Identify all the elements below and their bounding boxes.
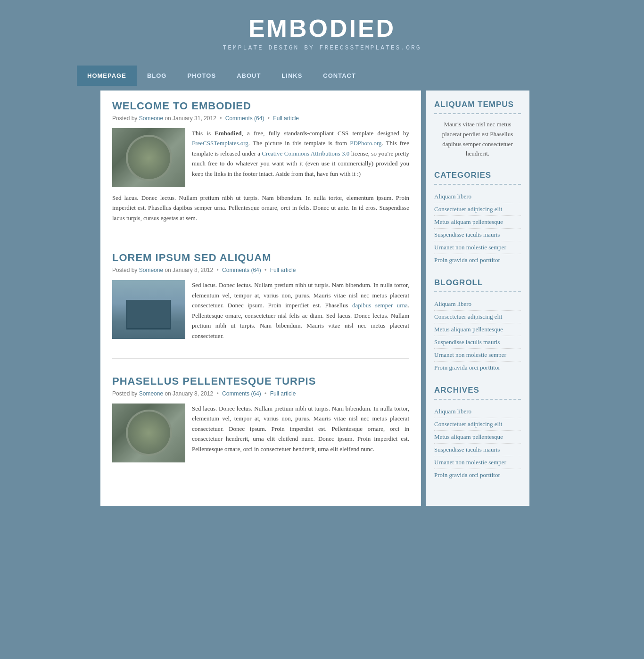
article-2-body: Sed lacus. Donec lectus. Nullam pretium …: [112, 280, 409, 341]
article-1-text: This is Embodied, a free, fully standard…: [192, 128, 409, 187]
article-2-date: January 8, 2012: [173, 267, 213, 273]
archive-link-4[interactable]: Suspendisse iaculis mauris: [434, 446, 500, 453]
list-item: Metus aliquam pellentesque: [434, 431, 521, 444]
nav-link-links[interactable]: LINKS: [271, 66, 313, 86]
article-1: WELCOME TO EMBODIED Posted by Someone on…: [112, 100, 409, 235]
archive-link-2[interactable]: Consectetuer adipiscing elit: [434, 420, 502, 428]
article-2-full[interactable]: Full article: [270, 267, 296, 273]
page-wrapper: WELCOME TO EMBODIED Posted by Someone on…: [100, 86, 544, 515]
dapibus-link[interactable]: dapibus semper urna: [352, 302, 408, 309]
blogroll-link-2[interactable]: Consectetuer adipiscing elit: [434, 313, 502, 320]
article-1-body: This is Embodied, a free, fully standard…: [112, 128, 409, 187]
nav-item-about[interactable]: ABOUT: [226, 66, 271, 86]
article-1-full[interactable]: Full article: [273, 115, 299, 122]
article-1-image: [112, 128, 185, 187]
article-2-author[interactable]: Someone: [139, 267, 163, 273]
article-3-title: PHASELLUS PELLENTESQUE TURPIS: [112, 375, 409, 387]
article-3: PHASELLUS PELLENTESQUE TURPIS Posted by …: [112, 375, 409, 480]
nav-link-blog[interactable]: BLOG: [137, 66, 177, 86]
pdphoto-link[interactable]: PDPhoto.org: [350, 140, 381, 147]
list-item: Urnanet non molestie semper: [434, 456, 521, 469]
category-link-4[interactable]: Suspendisse iaculis mauris: [434, 231, 500, 238]
list-item: Urnanet non molestie semper: [434, 241, 521, 254]
category-link-3[interactable]: Metus aliquam pellentesque: [434, 218, 503, 225]
main-nav: HOMEPAGE BLOG PHOTOS ABOUT LINKS CONTACT: [0, 66, 644, 86]
article-3-image: [112, 404, 185, 462]
nav-link-about[interactable]: ABOUT: [226, 66, 271, 86]
nav-link-contact[interactable]: CONTACT: [313, 66, 366, 86]
nav-link-photos[interactable]: PHOTOS: [177, 66, 226, 86]
sidebar-categories: CATEGORIES Aliquam libero Consectetuer a…: [434, 171, 521, 266]
site-header: EMBODIED TEMPLATE DESIGN BY FREECSSTEMPL…: [0, 0, 644, 61]
nav-item-photos[interactable]: PHOTOS: [177, 66, 226, 86]
archive-link-1[interactable]: Aliquam libero: [434, 408, 471, 415]
freecss-link[interactable]: FreeCSSTemplates.org: [192, 140, 248, 147]
article-1-title: WELCOME TO EMBODIED: [112, 100, 409, 112]
list-item: Urnanet non molestie semper: [434, 349, 521, 362]
list-item: Suspendisse iaculis mauris: [434, 229, 521, 241]
archive-link-3[interactable]: Metus aliquam pellentesque: [434, 433, 503, 440]
content-area: WELCOME TO EMBODIED Posted by Someone on…: [100, 91, 421, 506]
article-1-comments[interactable]: Comments (64): [225, 115, 264, 122]
separator4: •: [264, 267, 266, 273]
article-1-full-text: Sed lacus. Donec lectus. Nullam pretium …: [112, 193, 409, 223]
list-item: Consectetuer adipiscing elit: [434, 311, 521, 323]
nav-item-contact[interactable]: CONTACT: [313, 66, 366, 86]
separator2: •: [268, 115, 270, 122]
archive-link-6[interactable]: Proin gravida orci porttitor: [434, 471, 500, 478]
list-item: Aliquam libero: [434, 298, 521, 311]
article-2: LOREM IPSUM SED ALIQUAM Posted by Someon…: [112, 252, 409, 359]
archive-link-5[interactable]: Urnanet non molestie semper: [434, 459, 506, 466]
category-link-2[interactable]: Consectetuer adipiscing elit: [434, 206, 502, 213]
sidebar-aliquam-title: ALIQUAM TEMPUS: [434, 100, 521, 114]
article-3-date: January 8, 2012: [173, 390, 213, 397]
sidebar-aliquam-text: Mauris vitae nisl nec metus placerat per…: [434, 120, 521, 159]
category-link-1[interactable]: Aliquam libero: [434, 193, 471, 200]
blogroll-link-4[interactable]: Suspendisse iaculis mauris: [434, 338, 500, 346]
article-1-author[interactable]: Someone: [139, 115, 163, 122]
article-2-title: LOREM IPSUM SED ALIQUAM: [112, 252, 409, 264]
list-item: Metus aliquam pellentesque: [434, 323, 521, 336]
article-3-comments[interactable]: Comments (64): [222, 390, 261, 397]
blogroll-link-3[interactable]: Metus aliquam pellentesque: [434, 326, 503, 333]
article-3-text: Sed lacus. Donec lectus. Nullam pretium …: [192, 404, 409, 462]
category-link-6[interactable]: Proin gravida orci porttitor: [434, 256, 500, 264]
nav-item-blog[interactable]: BLOG: [137, 66, 177, 86]
article-1-meta: Posted by Someone on January 31, 2012 • …: [112, 115, 409, 122]
sidebar-archives-list: Aliquam libero Consectetuer adipiscing e…: [434, 405, 521, 481]
list-item: Suspendisse iaculis mauris: [434, 336, 521, 349]
article-3-meta: Posted by Someone on January 8, 2012 • C…: [112, 390, 409, 397]
blogroll-link-6[interactable]: Proin gravida orci porttitor: [434, 364, 500, 371]
blogroll-link-5[interactable]: Urnanet non molestie semper: [434, 351, 506, 358]
list-item: Metus aliquam pellentesque: [434, 216, 521, 229]
list-item: Consectetuer adipiscing elit: [434, 203, 521, 216]
list-item: Suspendisse iaculis mauris: [434, 444, 521, 456]
cc-link[interactable]: Creative Commons Attributions 3.0: [262, 150, 349, 157]
article-3-body: Sed lacus. Donec lectus. Nullam pretium …: [112, 404, 409, 462]
nav-item-links[interactable]: LINKS: [271, 66, 313, 86]
sidebar: ALIQUAM TEMPUS Mauris vitae nisl nec met…: [426, 91, 529, 506]
blogroll-link-1[interactable]: Aliquam libero: [434, 300, 471, 307]
nav-link-homepage[interactable]: HOMEPAGE: [77, 66, 137, 86]
separator3: •: [217, 267, 219, 273]
list-item: Proin gravida orci porttitor: [434, 362, 521, 374]
sidebar-archives-title: ARCHIVES: [434, 386, 521, 400]
nav-item-homepage[interactable]: HOMEPAGE: [77, 66, 137, 86]
list-item: Aliquam libero: [434, 190, 521, 203]
category-link-5[interactable]: Urnanet non molestie semper: [434, 244, 506, 251]
nav-list: HOMEPAGE BLOG PHOTOS ABOUT LINKS CONTACT: [77, 66, 644, 86]
article-3-full[interactable]: Full article: [270, 390, 296, 397]
sidebar-blogroll: BLOGROLL Aliquam libero Consectetuer adi…: [434, 278, 521, 374]
site-subtitle: TEMPLATE DESIGN BY FREECSSTEMPLATES.ORG: [0, 44, 644, 51]
article-3-author[interactable]: Someone: [139, 390, 163, 397]
sidebar-blogroll-list: Aliquam libero Consectetuer adipiscing e…: [434, 298, 521, 374]
sidebar-categories-title: CATEGORIES: [434, 171, 521, 185]
article-2-comments[interactable]: Comments (64): [222, 267, 261, 273]
separator6: •: [264, 390, 266, 397]
list-item: Proin gravida orci porttitor: [434, 469, 521, 481]
sidebar-aliquam: ALIQUAM TEMPUS Mauris vitae nisl nec met…: [434, 100, 521, 159]
list-item: Proin gravida orci porttitor: [434, 254, 521, 266]
sidebar-archives: ARCHIVES Aliquam libero Consectetuer adi…: [434, 386, 521, 481]
list-item: Consectetuer adipiscing elit: [434, 418, 521, 431]
sidebar-categories-list: Aliquam libero Consectetuer adipiscing e…: [434, 190, 521, 266]
